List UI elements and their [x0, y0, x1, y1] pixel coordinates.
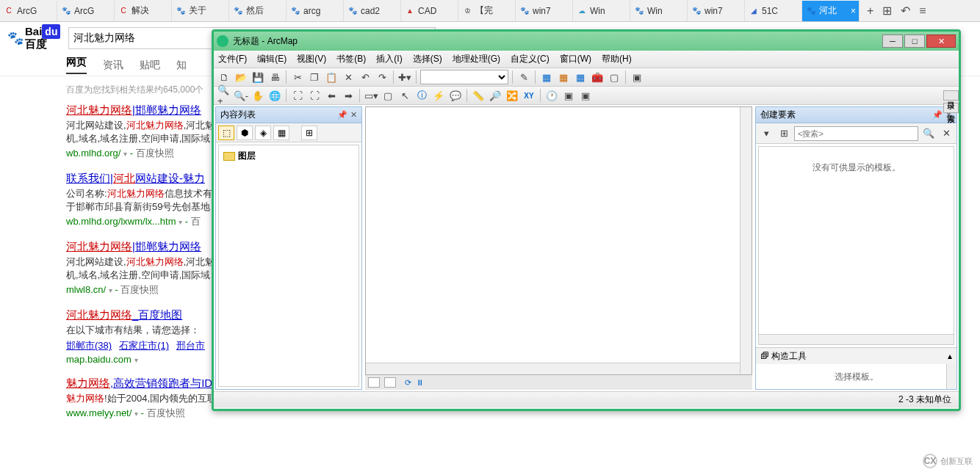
- save-icon[interactable]: 💾: [251, 70, 265, 84]
- search-tab[interactable]: 搜索: [943, 103, 959, 113]
- result-title[interactable]: 联系我们|河北网站建设-魅力: [66, 172, 205, 184]
- menu-item[interactable]: 窗口(W): [560, 53, 591, 65]
- redo-icon[interactable]: ↷: [375, 70, 389, 84]
- menu-item[interactable]: 书签(B): [336, 53, 366, 65]
- sublink[interactable]: 邢台市: [176, 340, 205, 351]
- result-title[interactable]: 河北魅力网络_百度地图: [66, 308, 182, 321]
- browser-tab[interactable]: ☁Win: [573, 1, 630, 21]
- back-button[interactable]: ↶: [901, 4, 910, 18]
- pin-icon[interactable]: 📌: [932, 110, 943, 120]
- template-search-input[interactable]: [794, 126, 918, 141]
- organize-icon[interactable]: ⊞: [777, 126, 791, 141]
- new-tab-button[interactable]: +: [867, 4, 873, 18]
- close-button[interactable]: ✕: [926, 35, 956, 48]
- pan-icon[interactable]: ✋: [251, 88, 265, 103]
- browser-tab[interactable]: 🐾win7: [516, 1, 573, 21]
- paste-icon[interactable]: 📋: [324, 70, 339, 84]
- menu-item[interactable]: 地理处理(G): [453, 53, 500, 65]
- constr-scrollbar[interactable]: [946, 364, 956, 389]
- map-scrollbar-v[interactable]: [740, 107, 752, 374]
- pin-icon[interactable]: 📌: [337, 110, 347, 120]
- full-extent-icon[interactable]: 🌐: [267, 88, 282, 103]
- add-data-icon[interactable]: ✚▾: [397, 70, 412, 84]
- list-by-drawing-icon[interactable]: ⬚: [218, 126, 234, 140]
- goto-xy-icon[interactable]: XY: [522, 88, 536, 103]
- nav-tieba[interactable]: 贴吧: [140, 59, 160, 72]
- search-icon[interactable]: 🔍: [921, 126, 936, 141]
- model-icon[interactable]: ▣: [630, 70, 644, 84]
- copy-icon[interactable]: ❐: [307, 70, 322, 84]
- time-slider-icon[interactable]: 🕐: [544, 88, 559, 103]
- next-extent-icon[interactable]: ➡: [341, 88, 356, 103]
- menu-item[interactable]: 插入(I): [376, 53, 402, 65]
- fixed-zoom-in-icon[interactable]: ⛶: [290, 88, 305, 103]
- hyperlink-icon[interactable]: ⚡: [431, 88, 446, 103]
- list-by-visibility-icon[interactable]: ◈: [255, 126, 271, 140]
- find-route-icon[interactable]: 🔀: [505, 88, 519, 103]
- menu-item[interactable]: 文件(F): [218, 53, 247, 65]
- panel-close-icon[interactable]: ✕: [350, 110, 357, 120]
- list-by-selection-icon[interactable]: ▦: [273, 126, 289, 140]
- search-window-icon[interactable]: ▦: [573, 70, 588, 84]
- nav-zhidao[interactable]: 知: [176, 59, 187, 72]
- viewer2-icon[interactable]: ▣: [578, 88, 593, 103]
- nav-web[interactable]: 网页: [66, 56, 87, 74]
- result-title[interactable]: 河北魅力网络|邯郸魅力网络: [66, 240, 201, 253]
- refresh-icon[interactable]: ⟳: [405, 378, 411, 388]
- zoom-out-icon[interactable]: 🔍-: [234, 88, 248, 103]
- toc-tree[interactable]: 图层: [218, 145, 359, 387]
- delete-icon[interactable]: ✕: [341, 70, 356, 84]
- browser-tab[interactable]: 🐾然后: [229, 1, 287, 21]
- layout-view-icon[interactable]: [384, 377, 396, 388]
- clear-select-icon[interactable]: ▢: [381, 88, 395, 103]
- open-icon[interactable]: 📂: [234, 70, 248, 84]
- clear-search-icon[interactable]: ✕: [939, 126, 954, 141]
- browser-tab[interactable]: C解决: [115, 1, 172, 21]
- catalog-icon[interactable]: ▦: [556, 70, 571, 84]
- browser-tab[interactable]: 🐾cad2: [344, 1, 401, 21]
- cut-icon[interactable]: ✂: [290, 70, 305, 84]
- identify-icon[interactable]: ⓘ: [414, 88, 429, 103]
- zoom-in-icon[interactable]: 🔍+: [217, 88, 231, 103]
- browser-tab[interactable]: 🐾Win: [630, 1, 688, 21]
- map-canvas[interactable]: [365, 106, 752, 375]
- scale-combo[interactable]: [420, 70, 508, 84]
- browser-tab[interactable]: ♔【完: [458, 1, 516, 21]
- menu-button[interactable]: ≡: [919, 4, 926, 18]
- browser-tab[interactable]: CArcG: [0, 1, 57, 21]
- filter-icon[interactable]: ▾: [759, 126, 774, 141]
- catalog-tab[interactable]: 目录: [943, 90, 959, 101]
- arcmap-titlebar[interactable]: 无标题 - ArcMap ─ □ ✕: [214, 32, 959, 51]
- browser-tab[interactable]: 🐾ArcG: [57, 1, 115, 21]
- fixed-zoom-out-icon[interactable]: ⛶: [307, 88, 322, 103]
- browser-tab[interactable]: ▲CAD: [401, 1, 458, 21]
- undo-icon[interactable]: ↶: [358, 70, 372, 84]
- options-icon[interactable]: ⊞: [301, 126, 317, 140]
- prev-extent-icon[interactable]: ⬅: [324, 88, 339, 103]
- html-popup-icon[interactable]: 💬: [448, 88, 463, 103]
- browser-tab[interactable]: 🐾河北×: [802, 1, 860, 21]
- tab-list-button[interactable]: ⊞: [882, 4, 892, 18]
- baidu-logo[interactable]: 🐾 Baidu百度: [7, 26, 62, 50]
- collapse-icon[interactable]: ▴: [948, 351, 952, 361]
- menu-item[interactable]: 帮助(H): [602, 53, 632, 65]
- data-view-icon[interactable]: [368, 377, 380, 388]
- menu-item[interactable]: 视图(V): [297, 53, 326, 65]
- pointer-icon[interactable]: ↖: [397, 88, 412, 103]
- browser-tab[interactable]: 🐾关于: [172, 1, 229, 21]
- browser-tab[interactable]: 🐾arcg: [287, 1, 344, 21]
- menu-item[interactable]: 选择(S): [413, 53, 442, 65]
- sublink[interactable]: 邯郸市(38): [66, 340, 112, 351]
- list-by-source-icon[interactable]: ⬢: [237, 126, 253, 140]
- new-icon[interactable]: 🗋: [217, 70, 231, 84]
- select-features-icon[interactable]: ▭▾: [364, 88, 378, 103]
- template-scrollbar[interactable]: [759, 334, 954, 344]
- menu-item[interactable]: 自定义(C): [511, 53, 550, 65]
- toolbox-icon[interactable]: 🧰: [590, 70, 605, 84]
- sublink[interactable]: 石家庄市(1): [119, 340, 169, 351]
- python-icon[interactable]: ▢: [607, 70, 621, 84]
- viewer-icon[interactable]: ▣: [561, 88, 576, 103]
- browser-tab[interactable]: 🐾win7: [688, 1, 745, 21]
- menu-item[interactable]: 编辑(E): [257, 53, 287, 65]
- nav-news[interactable]: 资讯: [103, 59, 123, 72]
